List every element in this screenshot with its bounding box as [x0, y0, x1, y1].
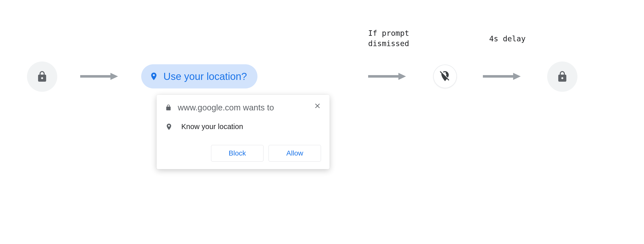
lock-icon: [36, 71, 48, 83]
state-lock-final: [547, 62, 577, 92]
state-location-blocked: [434, 65, 456, 88]
flow-arrow: [368, 72, 406, 80]
location-pin-icon: [165, 123, 173, 131]
flow-arrow: [483, 72, 521, 80]
lock-icon: [165, 104, 172, 111]
caption-dismissed: If prompt dismissed: [368, 28, 409, 49]
lock-icon: [556, 71, 568, 83]
close-icon: [314, 102, 321, 109]
block-button-label: Block: [229, 149, 246, 157]
permission-origin-text: www.google.com wants to: [178, 103, 321, 112]
location-chip-label: Use your location?: [163, 71, 247, 82]
svg-marker-1: [110, 73, 118, 80]
svg-marker-5: [398, 73, 406, 80]
location-chip[interactable]: Use your location?: [141, 64, 257, 88]
permission-description: Know your location: [181, 123, 243, 131]
permission-dialog: www.google.com wants to Know your locati…: [157, 95, 330, 169]
svg-marker-7: [513, 73, 521, 80]
state-lock-initial: [27, 62, 57, 92]
location-pin-icon: [149, 72, 158, 81]
block-button[interactable]: Block: [211, 145, 264, 162]
flow-arrow: [80, 72, 118, 80]
flow-diagram: Use your location? www.google.com wants …: [0, 0, 644, 244]
caption-delay: 4s delay: [489, 34, 526, 44]
allow-button-label: Allow: [286, 149, 303, 157]
allow-button[interactable]: Allow: [269, 145, 321, 162]
location-off-icon: [439, 70, 451, 83]
close-button[interactable]: [312, 101, 323, 111]
